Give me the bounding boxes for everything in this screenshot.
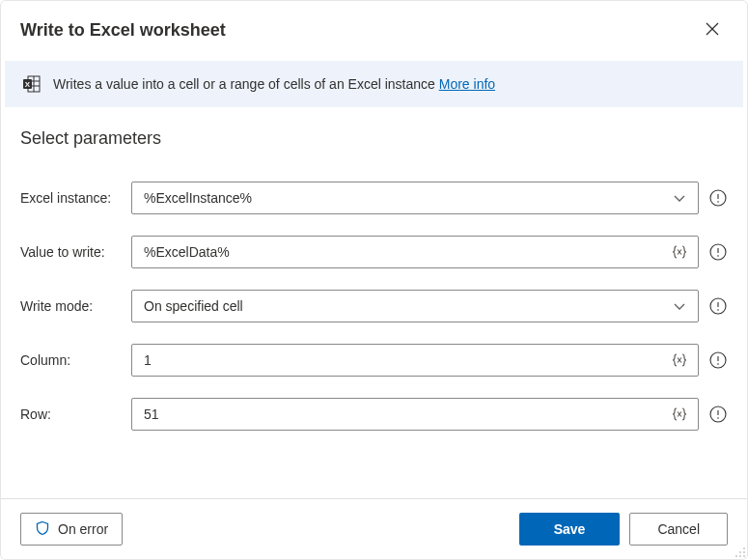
excel-instance-select[interactable]: %ExcelInstance%	[131, 182, 699, 214]
svg-point-18	[717, 309, 719, 311]
write-mode-select[interactable]: On specified cell	[131, 290, 699, 322]
value-to-write-field[interactable]	[144, 244, 669, 260]
on-error-button[interactable]: On error	[20, 513, 123, 546]
info-text-content: Writes a value into a cell or a range of…	[53, 76, 435, 92]
label-write-mode: Write mode:	[20, 298, 131, 314]
info-text: Writes a value into a cell or a range of…	[53, 76, 495, 92]
label-value-to-write: Value to write:	[20, 244, 131, 260]
shield-icon	[35, 520, 50, 539]
dialog-footer: On error Save Cancel	[1, 498, 747, 559]
write-to-excel-dialog: Write to Excel worksheet X Writes a valu…	[0, 0, 748, 560]
label-column: Column:	[20, 352, 131, 368]
variable-picker-icon[interactable]	[669, 404, 690, 425]
dialog-title: Write to Excel worksheet	[20, 20, 226, 41]
row-excel-instance: Excel instance: %ExcelInstance%	[20, 182, 728, 214]
label-row: Row:	[20, 406, 131, 422]
row-write-mode: Write mode: On specified cell	[20, 290, 728, 322]
save-button[interactable]: Save	[519, 513, 621, 546]
help-write-mode[interactable]	[708, 296, 728, 316]
row-row: Row:	[20, 398, 728, 431]
row-field[interactable]	[144, 406, 669, 422]
column-input[interactable]	[131, 344, 699, 377]
chevron-down-icon	[669, 295, 690, 317]
help-column[interactable]	[708, 350, 728, 370]
svg-point-10	[717, 201, 719, 203]
excel-instance-value: %ExcelInstance%	[144, 190, 669, 206]
help-value-to-write[interactable]	[708, 242, 728, 262]
info-banner: X Writes a value into a cell or a range …	[5, 61, 743, 107]
svg-text:X: X	[25, 80, 31, 89]
help-row[interactable]	[708, 405, 728, 424]
section-heading: Select parameters	[20, 128, 728, 149]
title-bar: Write to Excel worksheet	[1, 1, 747, 49]
excel-icon: X	[22, 74, 42, 94]
chevron-down-icon	[669, 187, 690, 209]
parameters-section: Excel instance: %ExcelInstance% Value to…	[1, 154, 747, 431]
svg-point-28	[717, 417, 719, 419]
on-error-label: On error	[58, 521, 108, 537]
close-icon	[706, 22, 719, 39]
value-to-write-input[interactable]	[131, 236, 699, 268]
close-button[interactable]	[697, 14, 728, 45]
row-value-to-write: Value to write:	[20, 236, 728, 268]
row-column: Column:	[20, 344, 728, 377]
more-info-link[interactable]: More info	[439, 76, 495, 92]
variable-picker-icon[interactable]	[669, 350, 690, 371]
cancel-button[interactable]: Cancel	[629, 513, 728, 546]
svg-point-23	[717, 363, 719, 365]
label-excel-instance: Excel instance:	[20, 190, 131, 206]
column-field[interactable]	[144, 352, 669, 368]
svg-point-15	[717, 255, 719, 257]
write-mode-value: On specified cell	[144, 298, 669, 314]
row-input[interactable]	[131, 398, 699, 431]
variable-picker-icon[interactable]	[669, 241, 690, 263]
help-excel-instance[interactable]	[708, 188, 728, 208]
